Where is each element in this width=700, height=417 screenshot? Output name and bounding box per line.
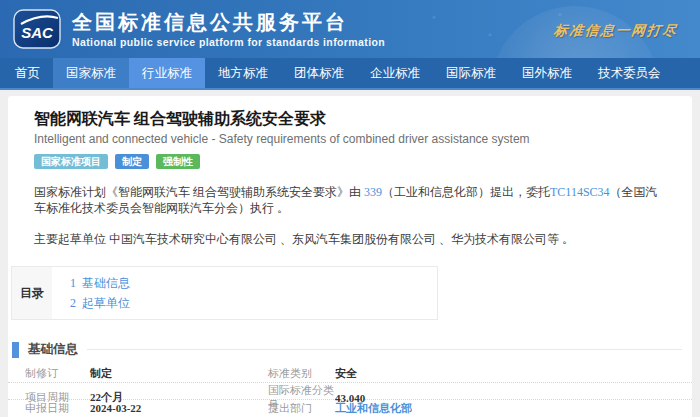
toc-num-1: 1 bbox=[70, 276, 76, 290]
info-label-revision-type: 制修订 bbox=[25, 366, 90, 381]
nav-item-foreign-standards[interactable]: 国外标准 bbox=[509, 58, 585, 88]
info-row: 项目周期 22个月 国际标准分类号 43.040 bbox=[8, 383, 692, 401]
site-subtitle: National public service platform for sta… bbox=[72, 36, 385, 48]
info-label-proposing-department: 提出部门 bbox=[268, 401, 335, 416]
info-label-application-date: 申报日期 bbox=[25, 401, 90, 416]
toc-items: 1基础信息 2起草单位 bbox=[52, 267, 130, 319]
nav-item-international-standards[interactable]: 国际标准 bbox=[433, 58, 509, 88]
badge-formulate: 制定 bbox=[115, 154, 149, 169]
nav-item-national-standards[interactable]: 国家标准 bbox=[53, 58, 129, 88]
nav-item-technical-committees[interactable]: 技术委员会 bbox=[585, 58, 674, 88]
intro-p1-text-1: 国家标准计划《智能网联汽车 组合驾驶辅助系统安全要求》由 bbox=[34, 185, 364, 199]
site-title: 全国标准信息公共服务平台 bbox=[72, 10, 385, 34]
toc-num-2: 2 bbox=[70, 296, 76, 310]
toc-link-basic-info-label: 基础信息 bbox=[82, 276, 130, 290]
nav-item-local-standards[interactable]: 地方标准 bbox=[205, 58, 281, 88]
toc-link-basic-info[interactable]: 1基础信息 bbox=[70, 273, 130, 293]
main-nav: 首页 国家标准 行业标准 地方标准 团体标准 企业标准 国际标准 国外标准 技术… bbox=[0, 58, 700, 90]
nav-item-enterprise-standards[interactable]: 企业标准 bbox=[357, 58, 433, 88]
intro-paragraph-2: 主要起草单位 中国汽车技术研究中心有限公司 、东风汽车集团股份有限公司 、华为技… bbox=[34, 231, 666, 247]
info-value-standard-category: 安全 bbox=[335, 366, 692, 381]
page-title-english: Intelligent and connected vehicle - Safe… bbox=[34, 132, 666, 147]
content-card: 智能网联汽车 组合驾驶辅助系统安全要求 Intelligent and conn… bbox=[8, 96, 692, 417]
intro-paragraph-1: 国家标准计划《智能网联汽车 组合驾驶辅助系统安全要求》由 339（工业和信息化部… bbox=[34, 184, 666, 216]
intro-p1-text-2: （工业和信息化部）提出，委托 bbox=[382, 185, 550, 199]
header-slogan-calligraphy: 标准信息一网打尽 bbox=[553, 22, 679, 40]
toc-box: 目录 1基础信息 2起草单位 bbox=[11, 266, 438, 320]
badge-mandatory: 强制性 bbox=[156, 154, 200, 169]
page-title: 智能网联汽车 组合驾驶辅助系统安全要求 bbox=[34, 108, 666, 129]
sac-logo[interactable]: SAC bbox=[13, 9, 61, 49]
info-row: 申报日期 2024-03-22 提出部门 工业和信息化部 bbox=[8, 400, 692, 417]
link-339[interactable]: 339 bbox=[364, 185, 382, 199]
site-header: SAC 全国标准信息公共服务平台 National public service… bbox=[0, 0, 700, 58]
nav-item-industry-standards[interactable]: 行业标准 bbox=[129, 58, 205, 88]
basic-info-section-header: 基础信息 bbox=[12, 341, 682, 358]
section-accent-bar bbox=[12, 342, 19, 358]
link-miit[interactable]: 工业和信息化部 bbox=[335, 401, 692, 416]
toc-link-drafting-units-label: 起草单位 bbox=[82, 296, 130, 310]
basic-info-section-title: 基础信息 bbox=[28, 341, 78, 358]
badge-national-standard-project: 国家标准项目 bbox=[34, 154, 108, 169]
nav-item-group-standards[interactable]: 团体标准 bbox=[281, 58, 357, 88]
info-row: 制修订 制定 标准类别 安全 bbox=[8, 365, 692, 383]
link-tc114sc34[interactable]: TC114SC34 bbox=[550, 185, 610, 199]
toc-link-drafting-units[interactable]: 2起草单位 bbox=[70, 293, 130, 313]
badge-row: 国家标准项目 制定 强制性 bbox=[34, 154, 666, 169]
toc-label: 目录 bbox=[12, 267, 52, 319]
basic-info-table: 制修订 制定 标准类别 安全 项目周期 22个月 国际标准分类号 43.040 … bbox=[8, 365, 692, 417]
info-label-standard-category: 标准类别 bbox=[268, 366, 335, 381]
info-value-application-date: 2024-03-22 bbox=[90, 402, 268, 414]
info-value-revision-type: 制定 bbox=[90, 366, 268, 381]
nav-item-home[interactable]: 首页 bbox=[2, 58, 53, 88]
section-divider-line bbox=[87, 349, 682, 350]
svg-text:SAC: SAC bbox=[21, 24, 54, 41]
